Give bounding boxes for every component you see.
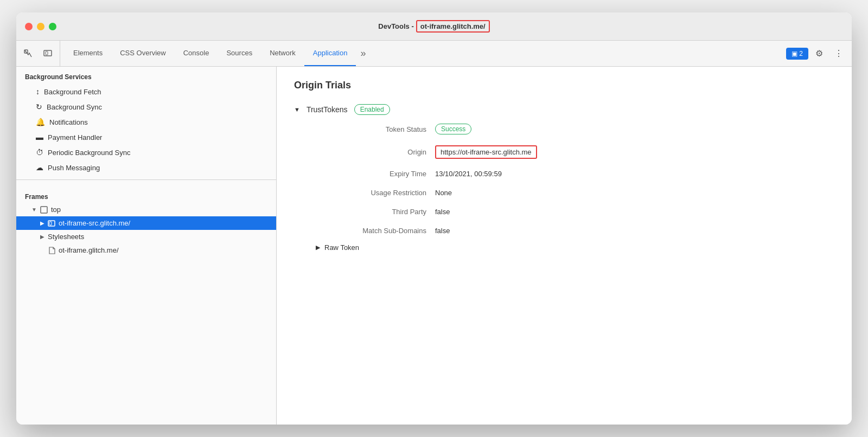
expand-arrow-selected: ▶ — [40, 220, 44, 226]
device-icon[interactable] — [40, 46, 55, 61]
detail-grid: Token Status Success Origin https://ot-i… — [316, 124, 834, 235]
match-subdomains-value: false — [435, 227, 834, 235]
content-area: Origin Trials ▼ TrustTokens Enabled Toke… — [277, 67, 852, 425]
third-party-value: false — [435, 208, 834, 216]
push-messaging-icon: ☁ — [36, 163, 43, 172]
tab-network[interactable]: Network — [261, 41, 304, 66]
frame-selected-icon — [48, 220, 55, 227]
settings-icon[interactable]: ⚙ — [810, 45, 828, 62]
notifications-icon: 🔔 — [36, 118, 45, 126]
usage-restriction-value: None — [435, 189, 834, 197]
tab-console[interactable]: Console — [175, 41, 218, 66]
sidebar-item-periodic-background-sync[interactable]: ⏱ Periodic Background Sync — [16, 145, 276, 160]
payment-handler-icon: ▬ — [36, 133, 43, 142]
tab-bar-tools — [21, 41, 60, 66]
trial-section: ▼ TrustTokens Enabled Token Status Succe… — [294, 104, 834, 252]
tab-bar-right: ▣ 2 ⚙ ⋮ — [786, 41, 847, 66]
tab-items: Elements CSS Overview Console Sources Ne… — [65, 41, 786, 66]
background-fetch-icon: ↕ — [36, 87, 40, 96]
raw-token-arrow[interactable]: ▶ — [316, 244, 320, 251]
trial-name: TrustTokens — [307, 105, 348, 114]
content-title: Origin Trials — [294, 80, 834, 91]
title-url-label: ot-iframe.glitch.me/ — [416, 20, 490, 33]
tab-sources[interactable]: Sources — [218, 41, 261, 66]
menu-icon[interactable]: ⋮ — [830, 45, 847, 62]
sidebar-item-background-sync[interactable]: ↻ Background Sync — [16, 99, 276, 114]
maximize-button[interactable] — [49, 23, 56, 30]
title-devtools-label: DevTools - — [378, 22, 414, 30]
raw-token-label: Raw Token — [324, 243, 359, 252]
frames-title: Frames — [16, 191, 276, 203]
tab-more-button[interactable]: » — [356, 41, 370, 66]
frame-stylesheets[interactable]: ▶ Stylesheets — [16, 230, 276, 243]
svg-rect-2 — [46, 52, 48, 55]
tab-application[interactable]: Application — [304, 41, 356, 66]
svg-rect-3 — [41, 207, 47, 213]
success-badge: Success — [435, 124, 471, 134]
token-status-value: Success — [435, 124, 834, 134]
window-title: DevTools - ot-iframe.glitch.me/ — [378, 20, 489, 33]
tab-bar: Elements CSS Overview Console Sources Ne… — [16, 41, 852, 67]
main-area: Background Services ↕ Background Fetch ↻… — [16, 67, 852, 425]
enabled-badge: Enabled — [354, 104, 390, 115]
inspect-icon[interactable] — [21, 46, 36, 61]
match-subdomains-label: Match Sub-Domains — [316, 227, 435, 235]
origin-url: https://ot-iframe-src.glitch.me — [435, 145, 537, 159]
third-party-label: Third Party — [316, 208, 435, 216]
token-status-label: Token Status — [316, 124, 435, 134]
origin-label: Origin — [316, 145, 435, 159]
svg-rect-5 — [49, 222, 52, 225]
sidebar-divider — [16, 179, 276, 180]
frame-icon — [40, 206, 48, 214]
sidebar-item-background-fetch[interactable]: ↕ Background Fetch — [16, 84, 276, 99]
background-sync-icon: ↻ — [36, 102, 42, 111]
chat-button[interactable]: ▣ 2 — [786, 48, 808, 60]
origin-value: https://ot-iframe-src.glitch.me — [435, 145, 834, 159]
tab-elements[interactable]: Elements — [65, 41, 111, 66]
sidebar-item-push-messaging[interactable]: ☁ Push Messaging — [16, 160, 276, 175]
devtools-window: DevTools - ot-iframe.glitch.me/ Elements — [16, 12, 852, 425]
usage-restriction-label: Usage Restriction — [316, 189, 435, 197]
trial-header: ▼ TrustTokens Enabled — [294, 104, 834, 115]
frame-top[interactable]: ▼ top — [16, 203, 276, 216]
sidebar: Background Services ↕ Background Fetch ↻… — [16, 67, 277, 425]
bg-services-title: Background Services — [16, 67, 276, 84]
minimize-button[interactable] — [37, 23, 44, 30]
sidebar-item-notifications[interactable]: 🔔 Notifications — [16, 114, 276, 130]
frame-selected[interactable]: ▶ ot-iframe-src.glitch.me/ — [16, 216, 276, 230]
raw-token-row: ▶ Raw Token — [316, 243, 834, 252]
traffic-lights — [25, 23, 56, 30]
title-bar: DevTools - ot-iframe.glitch.me/ — [16, 12, 852, 41]
expiry-time-value: 13/10/2021, 00:59:59 — [435, 170, 834, 178]
expand-arrow-stylesheets: ▶ — [40, 234, 44, 240]
trial-expand-arrow[interactable]: ▼ — [294, 106, 300, 113]
sidebar-item-payment-handler[interactable]: ▬ Payment Handler — [16, 130, 276, 145]
periodic-sync-icon: ⏱ — [36, 148, 43, 157]
file-icon — [49, 247, 55, 254]
tab-css-overview[interactable]: CSS Overview — [111, 41, 175, 66]
frames-section: Frames ▼ top ▶ ot-iframe-src.glitch.me/ — [16, 184, 276, 264]
expand-arrow-top: ▼ — [31, 207, 37, 213]
expiry-time-label: Expiry Time — [316, 170, 435, 178]
frame-file[interactable]: ot-iframe.glitch.me/ — [16, 243, 276, 257]
close-button[interactable] — [25, 23, 33, 30]
